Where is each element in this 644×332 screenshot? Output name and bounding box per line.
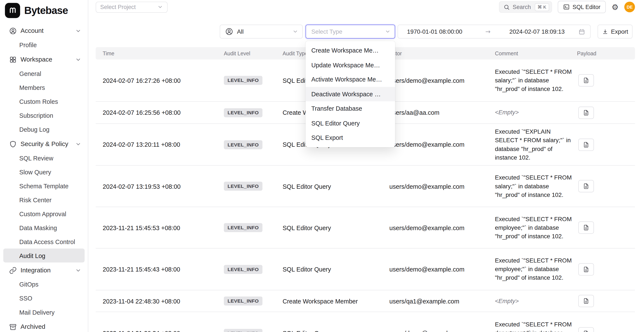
type-filter-select[interactable]: Select Type (306, 25, 395, 39)
cell-time: 2023-11-21 15:45:43 +08:00 (103, 266, 224, 273)
cell-audit-level: LEVEL_INFO (224, 182, 282, 191)
sidebar-item-general[interactable]: General (0, 66, 88, 80)
sidebar-item-sso[interactable]: SSO (0, 291, 88, 305)
dropdown-item[interactable]: Create Workspace Me… (306, 43, 395, 58)
export-label: Export (611, 28, 628, 35)
export-button[interactable]: Export (598, 25, 632, 39)
project-select[interactable]: Select Project (96, 1, 168, 13)
level-badge: LEVEL_INFO (224, 329, 262, 332)
table-row: 2023-11-04 21:26:34 +08:00 LEVEL_INFO SQ… (96, 312, 635, 332)
sidebar-item-label: Security & Policy (20, 140, 68, 148)
sidebar-item-data-masking[interactable]: Data Masking (0, 221, 88, 235)
payload-view-button[interactable] (578, 263, 594, 275)
cell-payload (577, 180, 635, 192)
sidebar-nav: Account Profile Workspace General Member… (0, 20, 88, 332)
sidebar-item-audit-log[interactable]: Audit Log (3, 249, 85, 263)
sidebar-item-integration[interactable]: Integration (0, 263, 88, 277)
sidebar-item-sql-review[interactable]: SQL Review (0, 151, 88, 165)
search-placeholder: Search (513, 4, 531, 10)
column-header-audit-level: Audit Level (224, 50, 282, 56)
cell-comment: Executed `"SELECT * FROM salary;"` in da… (495, 170, 577, 202)
payload-view-button[interactable] (578, 295, 594, 307)
bytebase-logo[interactable]: Bytebase (0, 0, 88, 20)
calendar-icon (578, 28, 585, 35)
user-circle-icon (225, 27, 233, 36)
dropdown-item[interactable]: SQL Editor Query (306, 116, 395, 130)
chevron-down-icon (385, 29, 391, 34)
dropdown-item[interactable]: SQL Export (306, 130, 395, 145)
actor-filter-value: All (237, 28, 244, 35)
payload-view-button[interactable] (578, 74, 594, 86)
payload-view-button[interactable] (578, 106, 594, 119)
topbar: Select Project Search ⌘ K SQL Editor ⚙ (88, 0, 644, 14)
cell-payload (577, 106, 635, 119)
dropdown-item[interactable]: Update Workspace Me… (306, 58, 395, 72)
sidebar-item-security-policy[interactable]: Security & Policy (0, 137, 88, 151)
cell-time: 2023-11-21 15:45:53 +08:00 (103, 224, 224, 231)
sidebar-item-label: Slow Query (19, 168, 51, 175)
avatar[interactable]: DE (624, 2, 635, 12)
account-icon (9, 27, 17, 34)
sidebar-item-custom-approval[interactable]: Custom Approval (0, 207, 88, 221)
sidebar-item-label: SSO (19, 295, 32, 302)
sidebar-item-slow-query[interactable]: Slow Query (0, 165, 88, 179)
dropdown-item[interactable]: Activate Workspace Me… (306, 72, 395, 87)
payload-view-button[interactable] (578, 138, 594, 151)
avatar-initials: DE (626, 4, 632, 9)
download-icon (602, 28, 608, 35)
sidebar-item-label: Risk Center (19, 196, 52, 203)
cell-actor: users/demo@example.com (390, 330, 495, 332)
sidebar-item-label: Members (19, 84, 45, 91)
date-range-start: 1970-01-01 08:00:00 (407, 28, 462, 35)
payload-view-button[interactable] (578, 327, 594, 332)
sql-editor-button[interactable]: SQL Editor (558, 1, 606, 13)
cell-comment: <Empty> (495, 105, 577, 120)
search-input[interactable]: Search ⌘ K (499, 1, 552, 13)
sidebar-item-label: SQL Review (19, 155, 53, 162)
payload-view-button[interactable] (578, 221, 594, 234)
sidebar-item-label: General (19, 70, 41, 77)
sidebar-item-workspace[interactable]: Workspace (0, 52, 88, 66)
table-row: 2024-02-07 13:19:53 +08:00 LEVEL_INFO SQ… (96, 166, 635, 207)
cell-payload (577, 74, 635, 86)
level-badge: LEVEL_INFO (224, 182, 262, 191)
sidebar-item-mail-delivery[interactable]: Mail Delivery (0, 305, 88, 319)
sql-editor-icon (563, 4, 570, 10)
cell-payload (577, 295, 635, 307)
sidebar-item-subscription[interactable]: Subscription (0, 108, 88, 122)
cell-comment: Executed `"SELECT * FROM salary;"` in da… (495, 64, 577, 97)
sidebar-item-data-access-control[interactable]: Data Access Control (0, 235, 88, 249)
search-icon (504, 4, 510, 10)
sidebar-item-label: Custom Approval (19, 210, 66, 217)
date-range-picker[interactable]: 1970-01-01 08:00:00 → 2024-02-07 18:09:1… (398, 25, 591, 39)
chevron-down-icon (292, 29, 298, 34)
shield-icon (9, 140, 17, 148)
sidebar-item-label: Data Access Control (19, 238, 75, 245)
sidebar-item-account[interactable]: Account (0, 24, 88, 38)
sidebar: Bytebase Account Profile Workspace (0, 0, 88, 332)
sidebar-item-schema-template[interactable]: Schema Template (0, 179, 88, 193)
sidebar-item-debug-log[interactable]: Debug Log (0, 122, 88, 136)
sidebar-item-risk-center[interactable]: Risk Center (0, 193, 88, 207)
dropdown-item[interactable]: Transfer Database (306, 101, 395, 116)
sidebar-item-label: Schema Template (19, 182, 68, 189)
cell-audit-type: SQL Editor Query (282, 183, 389, 190)
level-badge: LEVEL_INFO (224, 76, 262, 85)
sidebar-item-gitops[interactable]: GitOps (0, 277, 88, 291)
gear-icon[interactable]: ⚙ (612, 3, 619, 11)
dropdown-item-highlighted[interactable]: Deactivate Workspace … (306, 87, 395, 101)
cell-actor: users/demo@example.com (390, 141, 495, 148)
workspace-icon (9, 56, 17, 63)
actor-filter-select[interactable]: All (220, 25, 303, 39)
payload-view-button[interactable] (578, 180, 594, 192)
column-header-comment: Comment (495, 50, 577, 56)
sidebar-item-profile[interactable]: Profile (0, 38, 88, 52)
cell-time: 2023-11-04 21:26:34 +08:00 (103, 330, 224, 332)
sql-editor-label: SQL Editor (572, 4, 600, 10)
sidebar-item-custom-roles[interactable]: Custom Roles (0, 94, 88, 108)
sidebar-item-archived[interactable]: Archived (0, 320, 88, 332)
cell-payload (577, 327, 635, 332)
type-filter-placeholder: Select Type (311, 28, 342, 35)
sidebar-item-label: Data Masking (19, 224, 57, 231)
sidebar-item-members[interactable]: Members (0, 80, 88, 94)
